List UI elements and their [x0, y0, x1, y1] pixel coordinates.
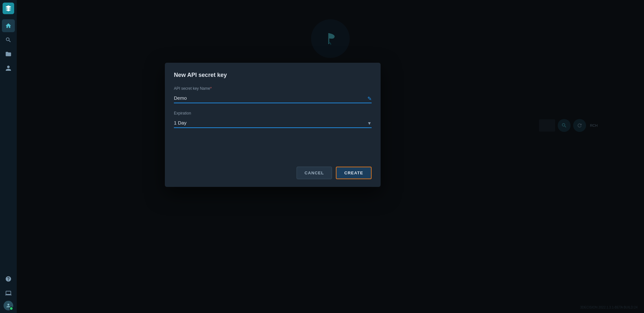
help-icon [5, 276, 12, 282]
search-icon [5, 37, 12, 43]
sidebar-item-home[interactable] [2, 19, 15, 32]
sidebar-item-search[interactable] [2, 33, 15, 46]
name-label: API secret key Name* [174, 86, 372, 91]
dialog-title: New API secret key [174, 72, 372, 78]
sidebar-item-device[interactable] [2, 287, 15, 299]
api-key-dialog: New API secret key API secret key Name* … [165, 63, 381, 187]
expiration-select-wrapper: 1 Day 7 Days 30 Days 90 Days Never ▼ [174, 118, 372, 128]
folder-icon [5, 51, 12, 57]
user-icon [5, 65, 12, 71]
main-content: RCH New API secret key API secret key Na… [17, 0, 644, 313]
edit-icon: ✎ [367, 95, 372, 101]
api-key-name-input[interactable] [174, 93, 372, 103]
user-avatar[interactable] [4, 301, 13, 310]
device-icon [5, 290, 12, 296]
avatar-icon [5, 303, 11, 308]
name-input-wrapper: ✎ [174, 93, 372, 103]
dialog-footer: CANCEL CREATE [174, 167, 372, 179]
create-button[interactable]: CREATE [336, 167, 372, 179]
sidebar-bottom [2, 272, 15, 310]
logo-icon [5, 5, 12, 12]
sidebar [0, 0, 17, 313]
sidebar-item-folder[interactable] [2, 48, 15, 60]
expiration-label: Expiration [174, 111, 372, 115]
sidebar-item-help[interactable] [2, 272, 15, 285]
expiration-select[interactable]: 1 Day 7 Days 30 Days 90 Days Never [174, 118, 372, 128]
home-icon [5, 23, 12, 29]
app-logo[interactable] [3, 3, 14, 14]
sidebar-item-user[interactable] [2, 62, 15, 75]
cancel-button[interactable]: CANCEL [297, 167, 332, 179]
